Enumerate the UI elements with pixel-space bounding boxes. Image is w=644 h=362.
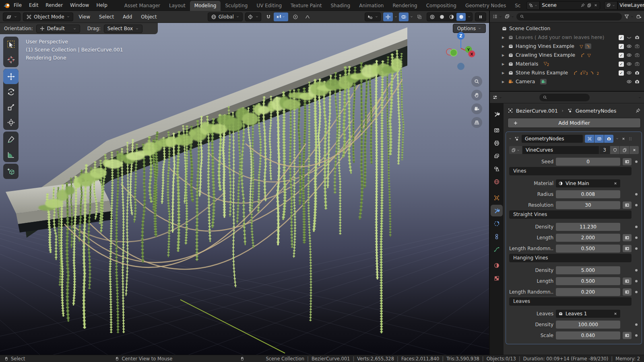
input-attribute-toggle[interactable]: [623, 288, 632, 296]
modifier-name-field[interactable]: GeometryNodes: [522, 135, 583, 143]
checkbox-icon[interactable]: ✓: [619, 35, 624, 40]
section-header[interactable]: Straight Vines: [509, 210, 632, 219]
shading-rendered-button[interactable]: [456, 13, 466, 21]
pause-render-button[interactable]: [475, 12, 486, 21]
decorator-dot[interactable]: [635, 269, 638, 272]
clear-icon[interactable]: [613, 311, 618, 316]
shading-wireframe-button[interactable]: [427, 13, 437, 21]
menu-select[interactable]: Select: [96, 13, 117, 21]
tab-scripting[interactable]: Sc: [510, 1, 525, 11]
gizmo-dropdown[interactable]: [393, 12, 398, 21]
tool-select-box[interactable]: [3, 37, 19, 52]
editor-type-button[interactable]: [3, 12, 21, 21]
param-value[interactable]: 11.230: [556, 223, 620, 231]
viewlayer-name[interactable]: ViewLayer: [619, 2, 644, 8]
tool-move[interactable]: [3, 69, 19, 84]
decorator-dot[interactable]: [635, 160, 638, 163]
properties-options-dropdown[interactable]: [638, 96, 642, 99]
section-header[interactable]: Vines: [509, 167, 632, 175]
outliner-row-crawling-vines[interactable]: ▶ Crawling Vines Example ▽ ✓: [490, 51, 644, 60]
param-value[interactable]: 0.500: [556, 277, 620, 285]
new-node-group-button[interactable]: [620, 146, 629, 154]
decorator-dot[interactable]: [635, 323, 638, 326]
pin-icon[interactable]: [635, 108, 641, 113]
tab-rendering[interactable]: Rendering: [388, 1, 421, 11]
tab-uv-editing[interactable]: UV Editing: [252, 1, 286, 11]
xray-toggle[interactable]: [415, 12, 424, 21]
viewlayer-name-field[interactable]: ViewLayer: [617, 1, 644, 10]
outliner-row-camera[interactable]: ▶ Camera: [490, 77, 644, 86]
render-disabled-icon[interactable]: [634, 43, 640, 49]
leaves-collection-selector[interactable]: Leaves 1: [556, 310, 620, 318]
tab-object[interactable]: [491, 192, 503, 204]
drag-grip-icon[interactable]: [628, 136, 633, 141]
menu-add[interactable]: Add: [120, 13, 135, 21]
object-type-visibility-button[interactable]: [365, 12, 381, 21]
decorator-dot[interactable]: [635, 226, 638, 228]
remove-modifier-icon[interactable]: [621, 136, 626, 141]
decorator-dot[interactable]: [635, 193, 638, 195]
tab-shading[interactable]: Shading: [326, 1, 355, 11]
eye-icon[interactable]: [626, 70, 632, 76]
tab-constraints[interactable]: [491, 230, 503, 242]
navigation-gizmo[interactable]: Z Y X: [443, 31, 479, 72]
tab-object-data[interactable]: [491, 243, 503, 255]
overlays-dropdown[interactable]: [409, 12, 414, 21]
param-value[interactable]: 5.000: [556, 266, 620, 274]
tab-layout[interactable]: Layout: [165, 1, 190, 11]
tab-physics[interactable]: [491, 218, 503, 229]
tab-material[interactable]: [491, 259, 503, 271]
input-attribute-toggle[interactable]: [623, 202, 632, 209]
param-value[interactable]: 100.000: [556, 321, 620, 329]
realtime-display-toggle[interactable]: [594, 135, 604, 143]
tab-texture-paint[interactable]: Texture Paint: [286, 1, 326, 11]
tab-tool[interactable]: [491, 108, 503, 120]
section-header[interactable]: Leaves: [509, 297, 632, 306]
proportional-editing-toggle[interactable]: [291, 12, 300, 21]
input-attribute-toggle[interactable]: [623, 245, 632, 252]
expand-icon[interactable]: ▶: [502, 71, 506, 75]
new-collection-button[interactable]: [636, 14, 642, 19]
expand-icon[interactable]: ▶: [502, 45, 506, 48]
tab-world[interactable]: [491, 176, 503, 187]
viewlayer-browse-button[interactable]: [604, 1, 617, 10]
clear-icon[interactable]: [613, 181, 618, 186]
axis-neg-y[interactable]: [450, 49, 457, 56]
outliner-filter-button[interactable]: [624, 14, 634, 19]
fake-user-button[interactable]: [610, 146, 619, 154]
drag-dropdown[interactable]: Select Box: [104, 25, 142, 33]
checkbox-icon[interactable]: ✓: [619, 62, 624, 67]
scene-name[interactable]: Scene: [542, 2, 579, 8]
param-value[interactable]: 0.500: [556, 245, 620, 253]
decorator-dot[interactable]: [635, 334, 638, 337]
tab-modifiers[interactable]: [491, 205, 503, 216]
blender-logo-icon[interactable]: [3, 2, 10, 9]
outliner-row-materials[interactable]: ▶ Materials ▽2 ✓: [490, 60, 644, 68]
orientation-dropdown[interactable]: Default: [36, 25, 80, 33]
input-attribute-toggle[interactable]: [623, 278, 632, 285]
unlink-node-group-button[interactable]: [630, 146, 639, 154]
render-camera-icon[interactable]: [634, 70, 640, 76]
tool-rotate[interactable]: [3, 84, 19, 99]
tool-add-cube[interactable]: [3, 164, 19, 179]
expand-icon[interactable]: ▶: [502, 36, 506, 39]
param-value[interactable]: 0: [556, 158, 620, 166]
param-value[interactable]: 2.000: [556, 234, 620, 242]
modifier-extras-dropdown[interactable]: [615, 137, 619, 140]
outliner-row-hanging-vines[interactable]: ▶ Hanging Vines Example ▽ ✓: [490, 42, 644, 51]
viewport-3d[interactable]: Orientation: Default Drag: Select Box Op…: [0, 23, 489, 355]
section-header[interactable]: Hanging Vines: [509, 254, 632, 262]
pivot-point-selector[interactable]: [245, 12, 261, 21]
render-camera-icon[interactable]: [634, 79, 640, 84]
eye-icon[interactable]: [626, 43, 632, 49]
input-attribute-toggle[interactable]: [623, 234, 632, 241]
tab-render[interactable]: [491, 124, 503, 136]
collapse-icon[interactable]: [508, 137, 512, 140]
breadcrumb-object[interactable]: BezierCurve.001: [516, 108, 558, 114]
camera-view-button[interactable]: [471, 103, 482, 114]
outliner-row-leaves[interactable]: ▶ Leaves ( Add your own leaves here) ✓: [490, 33, 644, 42]
tool-cursor[interactable]: [3, 52, 19, 67]
input-attribute-toggle[interactable]: [623, 158, 632, 165]
tab-texture[interactable]: [491, 272, 503, 284]
expand-icon[interactable]: ▶: [502, 53, 506, 57]
